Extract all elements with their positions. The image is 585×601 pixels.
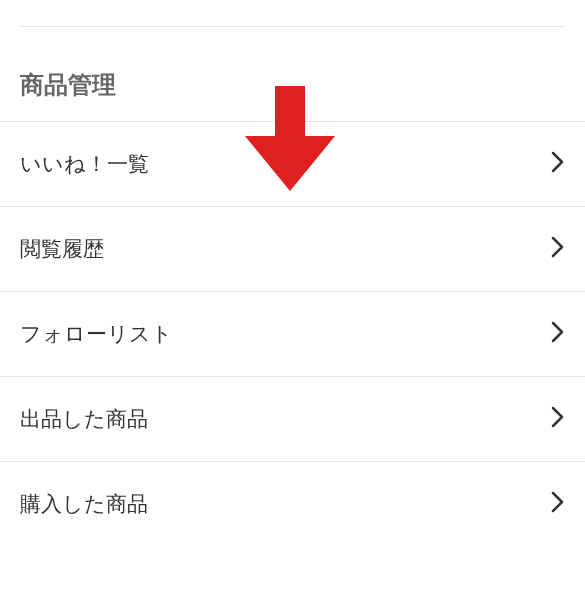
chevron-right-icon (551, 406, 565, 432)
section-title: 商品管理 (20, 69, 565, 101)
menu-item-likes[interactable]: いいね！一覧 (0, 121, 585, 206)
menu-item-follow-list[interactable]: フォローリスト (0, 291, 585, 376)
section-header: 商品管理 (0, 27, 585, 121)
menu-item-label: 出品した商品 (20, 405, 148, 433)
menu-item-label: 閲覧履歴 (20, 235, 104, 263)
chevron-right-icon (551, 151, 565, 177)
menu-item-label: いいね！一覧 (20, 150, 149, 178)
menu-item-purchased-products[interactable]: 購入した商品 (0, 461, 585, 546)
menu-item-label: フォローリスト (20, 320, 173, 348)
menu-list: いいね！一覧 閲覧履歴 フォローリスト (0, 121, 585, 546)
menu-item-history[interactable]: 閲覧履歴 (0, 206, 585, 291)
chevron-right-icon (551, 491, 565, 517)
chevron-right-icon (551, 236, 565, 262)
chevron-right-icon (551, 321, 565, 347)
menu-item-listed-products[interactable]: 出品した商品 (0, 376, 585, 461)
menu-item-label: 購入した商品 (20, 490, 148, 518)
page-container: 商品管理 いいね！一覧 閲覧履歴 フォローリスト (0, 26, 585, 546)
